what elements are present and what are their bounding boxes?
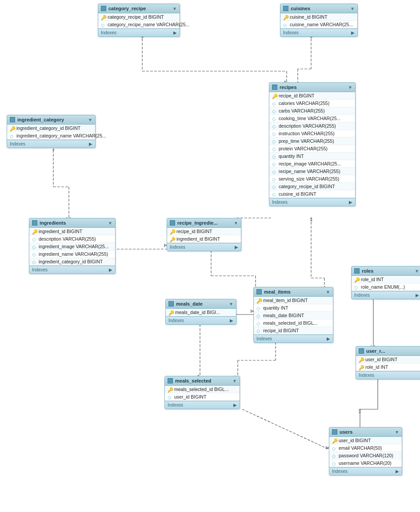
svg-text:‡: ‡ (358, 408, 361, 414)
table-user-r[interactable]: user_r... ▼ 🔑 user_id BIGINT 🔑 role_id I… (356, 346, 420, 379)
field-ingredient-id-pk: 🔑 ingredient_id BIGINT (167, 235, 241, 243)
table-ingredient-category[interactable]: ingredient_category ▼ 🔑 ingredient_categ… (7, 115, 96, 148)
table-meals-date[interactable]: meals_date ▼ 🔑 meals_date_id BIGI... Ind… (165, 299, 236, 325)
indexes-label: Indexes (256, 336, 272, 341)
table-indexes[interactable]: Indexes ▶ (280, 28, 357, 36)
dropdown-arrow[interactable]: ▼ (395, 430, 399, 435)
table-indexes[interactable]: Indexes ▶ (352, 291, 420, 299)
dropdown-arrow[interactable]: ▼ (88, 117, 92, 122)
table-indexes[interactable]: Indexes ▶ (254, 335, 333, 343)
indexes-arrow[interactable]: ▶ (89, 141, 92, 146)
field-email: ◇ email VARCHAR(50) (329, 444, 402, 452)
table-indexes[interactable]: Indexes ▶ (165, 401, 240, 409)
field-instruction: ◇ instruction VARCHAR(255) (269, 130, 355, 137)
indexes-arrow[interactable]: ▶ (396, 469, 399, 474)
primary-key-icon: 🔑 (32, 229, 36, 234)
foreign-key-icon: ◇ (256, 328, 261, 333)
table-meals-selected[interactable]: meals_selected ▼ 🔑 meals_selected_id BIG… (164, 376, 240, 409)
indexes-arrow[interactable]: ▶ (109, 267, 112, 272)
field-cuisine-id: 🔑 cuisine_id BIGINT (280, 13, 357, 21)
indexes-arrow[interactable]: ▶ (416, 293, 419, 298)
indexes-label: Indexes (359, 373, 374, 378)
key-none-icon: ◇ (32, 244, 36, 249)
table-indexes[interactable]: Indexes ▶ (7, 140, 95, 148)
field-name: email VARCHAR(50) (339, 445, 382, 451)
dropdown-arrow[interactable]: ▼ (232, 379, 237, 383)
dropdown-arrow[interactable]: ▼ (108, 221, 112, 226)
indexes-arrow[interactable]: ▶ (233, 403, 237, 407)
key-none-icon: ◇ (256, 306, 261, 310)
dropdown-arrow[interactable]: ▼ (234, 221, 238, 226)
table-cuisines[interactable]: cuisines ▼ 🔑 cuisine_id BIGINT ◇ cuisine… (280, 4, 358, 37)
dropdown-arrow[interactable]: ▼ (348, 85, 352, 90)
field-prep-time: ◇ prep_time VARCHAR(255) (269, 137, 355, 145)
field-ingredient-category-id-fk: ◇ ingredient_category_id BIGINT (29, 258, 115, 266)
field-name: description VARCHAR(255) (279, 123, 336, 129)
table-users[interactable]: users ▼ 🔑 user_id BIGINT ◇ email VARCHAR… (329, 427, 402, 476)
key-none-icon: ◇ (272, 101, 276, 105)
table-category-recipe[interactable]: category_recipe ▼ 🔑 category_recipe_id B… (98, 4, 180, 37)
field-name: quantity INT (279, 153, 304, 159)
indexes-arrow[interactable]: ▶ (327, 336, 330, 341)
key-none-icon: ◇ (272, 109, 276, 113)
table-indexes[interactable]: Indexes ▶ (167, 243, 241, 251)
dropdown-arrow[interactable]: ▼ (350, 6, 355, 11)
field-meal-item-id: 🔑 meal_item_id BIGINT (254, 297, 333, 304)
field-name: username VARCHAR(20) (339, 460, 392, 466)
table-indexes[interactable]: Indexes ▶ (269, 198, 355, 206)
table-indexes[interactable]: Indexes ▶ (329, 467, 402, 475)
table-roles[interactable]: roles ▼ 🔑 role_id INT ◇ role_name ENUM(.… (351, 266, 420, 299)
key-none-icon: ◇ (332, 461, 336, 465)
indexes-arrow[interactable]: ▶ (349, 200, 352, 205)
dropdown-arrow[interactable]: ▼ (172, 6, 177, 11)
field-name: cuisine_name VARCHAR(25... (290, 22, 353, 27)
indexes-label: Indexes (168, 318, 184, 323)
key-none-icon: ◇ (256, 313, 261, 318)
field-name: category_recipe_id BIGINT (108, 14, 164, 20)
indexes-arrow[interactable]: ▶ (230, 318, 233, 323)
field-name: meals_date_id BIGI... (175, 310, 220, 315)
field-ingredient-name: ◇ ingredient_name VARCHAR(255) (29, 250, 115, 258)
field-meals-date-fk: ◇ meals_date BIGINT (254, 312, 333, 319)
field-recipe-image: ◇ recipe_image VARCHAR(25... (269, 160, 355, 168)
indexes-label: Indexes (283, 30, 299, 35)
table-indexes[interactable]: Indexes ▶ (29, 266, 115, 274)
table-recipes[interactable]: recipes ▼ 🔑 recipe_id BIGINT ◇ calories … (269, 82, 356, 206)
key-none-icon: ◇ (272, 177, 276, 181)
field-name: password VARCHAR(120) (339, 453, 393, 458)
primary-key-icon: 🔑 (168, 387, 172, 391)
table-name-recipe-ingredients: recipe_ingredie... (177, 220, 217, 226)
foreign-key-icon: ◇ (283, 22, 288, 27)
indexes-label: Indexes (10, 141, 25, 146)
field-name: recipe_name VARCHAR(255) (279, 169, 340, 174)
table-name-meals-date: meals_date (176, 301, 203, 306)
primary-key-icon: 🔑 (354, 277, 359, 282)
indexes-arrow[interactable]: ▶ (235, 245, 238, 250)
table-icon (101, 6, 106, 11)
field-name: category_recipe_id BIGINT (279, 184, 335, 189)
dropdown-arrow[interactable]: ▼ (415, 269, 419, 274)
field-meal-item-quantity: ◇ quantity INT (254, 304, 333, 312)
table-header-category-recipe: category_recipe ▼ (98, 4, 180, 13)
erd-canvas: ‡ ‡ ‡ ‡ ⋈ || ⋈ # ‡ ⋈ || ⋈ (0, 0, 420, 512)
table-indexes[interactable]: Indexes ▶ (356, 371, 420, 379)
dropdown-arrow[interactable]: ▼ (326, 290, 330, 294)
field-category-recipe-id-fk: ◇ category_recipe_id BIGINT (269, 183, 355, 190)
table-recipe-ingredients[interactable]: recipe_ingredie... ▼ 🔑 recipe_id BIGINT … (167, 218, 241, 251)
field-name: ingredient_category_id BIGINT (16, 125, 80, 131)
field-name: recipe_id BIGINT (263, 328, 299, 333)
dropdown-arrow[interactable]: ▼ (229, 302, 233, 306)
indexes-arrow[interactable]: ▶ (173, 30, 177, 35)
field-ingredient-image: ◇ ingredient_image VARCHAR(25... (29, 243, 115, 250)
table-meal-items[interactable]: meal_items ▼ 🔑 meal_item_id BIGINT ◇ qua… (253, 287, 333, 343)
table-ingredients[interactable]: ingredients ▼ 🔑 ingredient_id BIGINT ◇ d… (29, 218, 116, 274)
table-header-user-r: user_r... ▼ (356, 347, 420, 356)
table-icon (256, 289, 262, 294)
field-name: meals_date BIGINT (263, 313, 304, 318)
key-none-icon: ◇ (272, 161, 276, 166)
table-indexes[interactable]: Indexes ▶ (98, 28, 180, 36)
field-name: category_recipe_name VARCHAR(25... (108, 22, 189, 27)
table-indexes[interactable]: Indexes ▶ (166, 316, 236, 324)
indexes-arrow[interactable]: ▶ (351, 30, 355, 35)
table-icon (332, 429, 337, 435)
